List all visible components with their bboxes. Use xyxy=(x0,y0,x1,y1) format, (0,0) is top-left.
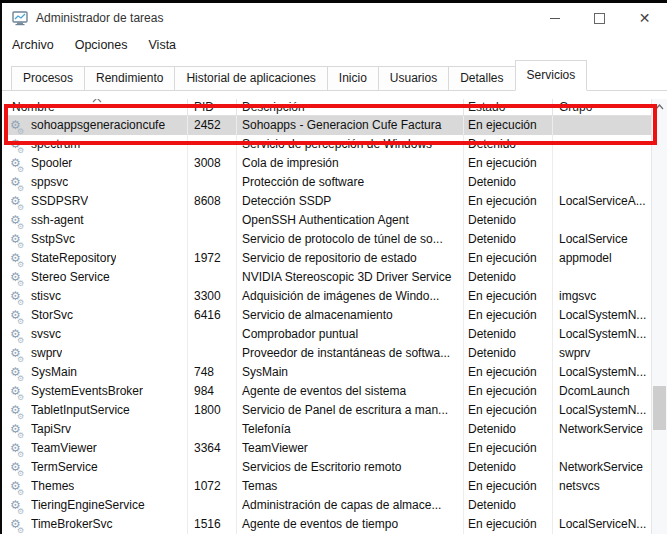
service-row[interactable]: ⚙⚙SSDPSRV8608Detección SSDPEn ejecuciónL… xyxy=(4,192,653,211)
service-row[interactable]: ⚙⚙Spooler3008Cola de impresiónEn ejecuci… xyxy=(4,154,653,173)
service-status: Detenido xyxy=(464,211,553,230)
service-pid: 3008 xyxy=(188,154,237,173)
title-bar: Administrador de tareas ✕ xyxy=(2,3,667,33)
service-description: Servicio de repositorio de estado xyxy=(237,249,464,268)
service-pid xyxy=(188,230,237,249)
service-name: SstpSvc xyxy=(31,230,75,249)
service-description: Servicios de Escritorio remoto xyxy=(237,458,464,477)
service-row[interactable]: ⚙⚙ssh-agentOpenSSH Authentication AgentD… xyxy=(4,211,653,230)
column-header-estado[interactable]: Estado xyxy=(464,99,553,115)
service-status: En ejecución xyxy=(464,249,553,268)
service-name-cell: ⚙⚙SstpSvc xyxy=(4,230,188,249)
service-pid: 1800 xyxy=(188,401,237,420)
services-table-header: Nombre PID Descripción Estado Grupo xyxy=(4,99,653,116)
column-header-grupo[interactable]: Grupo xyxy=(553,99,653,115)
service-gear-icon: ⚙⚙ xyxy=(10,403,26,418)
service-row[interactable]: ⚙⚙StateRepository1972Servicio de reposit… xyxy=(4,249,653,268)
tab-detalles[interactable]: Detalles xyxy=(448,66,515,91)
service-gear-icon: ⚙⚙ xyxy=(10,346,26,361)
service-name: StorSvc xyxy=(31,306,73,325)
service-name: TermService xyxy=(31,458,98,477)
close-button[interactable]: ✕ xyxy=(622,3,667,33)
tab-inicio[interactable]: Inicio xyxy=(327,66,379,91)
service-name: Stereo Service xyxy=(31,268,110,287)
service-row[interactable]: ⚙⚙swprvProveedor de instantáneas de soft… xyxy=(4,344,653,363)
service-gear-icon: ⚙⚙ xyxy=(10,289,26,304)
service-group: LocalSystemN... xyxy=(553,401,653,420)
service-status: Detenido xyxy=(464,230,553,249)
service-row[interactable]: ⚙⚙stisvc3300Adquisición de imágenes de W… xyxy=(4,287,653,306)
service-row[interactable]: ⚙⚙Stereo ServiceNVIDIA Stereoscopic 3D D… xyxy=(4,268,653,287)
service-name-cell: ⚙⚙Spooler xyxy=(4,154,188,173)
service-row[interactable]: ⚙⚙TimeBrokerSvc1516Agente de eventos de … xyxy=(4,515,653,534)
service-gear-icon: ⚙⚙ xyxy=(10,327,26,342)
column-header-label: PID xyxy=(194,100,214,114)
menu-item-opciones[interactable]: Opciones xyxy=(75,38,128,52)
service-gear-icon: ⚙⚙ xyxy=(10,479,26,494)
service-status: En ejecución xyxy=(464,515,553,534)
service-row[interactable]: ⚙⚙StorSvc6416Servicio de almacenamientoE… xyxy=(4,306,653,325)
service-status: Detenido xyxy=(464,458,553,477)
service-name-cell: ⚙⚙Themes xyxy=(4,477,188,496)
tab-usuarios[interactable]: Usuarios xyxy=(378,66,449,91)
service-row[interactable]: ⚙⚙TermServiceServicios de Escritorio rem… xyxy=(4,458,653,477)
service-description: Administración de capas de almace... xyxy=(237,496,464,515)
service-name: swprv xyxy=(31,344,62,363)
service-row[interactable]: ⚙⚙TabletInputService1800Servicio de Pane… xyxy=(4,401,653,420)
service-pid xyxy=(188,268,237,287)
minimize-button[interactable] xyxy=(532,3,577,33)
service-row[interactable]: ⚙⚙SystemEventsBroker984Agente de eventos… xyxy=(4,382,653,401)
service-group: imgsvc xyxy=(553,287,653,306)
service-row[interactable]: ⚙⚙TeamViewer3364TeamViewerEn ejecución xyxy=(4,439,653,458)
service-description: Adquisición de imágenes de Windo... xyxy=(237,287,464,306)
tab-bar: ProcesosRendimientoHistorial de aplicaci… xyxy=(2,57,667,91)
service-row[interactable]: ⚙⚙TapiSrvTelefoníaDetenidoNetworkService xyxy=(4,420,653,439)
tab-procesos[interactable]: Procesos xyxy=(11,66,85,91)
service-name: ssh-agent xyxy=(31,211,84,230)
service-row[interactable]: ⚙⚙SysMain748SysMainEn ejecuciónLocalSyst… xyxy=(4,363,653,382)
service-name: TimeBrokerSvc xyxy=(31,515,113,534)
service-name: StateRepository xyxy=(31,249,116,268)
tab-historial-de-aplicaciones[interactable]: Historial de aplicaciones xyxy=(174,66,327,91)
column-header-pid[interactable]: PID xyxy=(188,99,237,115)
vertical-scrollbar[interactable] xyxy=(651,99,667,534)
scrollbar-thumb[interactable] xyxy=(653,386,666,430)
column-header-label: Estado xyxy=(468,100,505,114)
service-status: En ejecución xyxy=(464,306,553,325)
service-description: Servicio de Panel de escritura a man... xyxy=(237,401,464,420)
service-description: Servicio de almacenamiento xyxy=(237,306,464,325)
window-title: Administrador de tareas xyxy=(36,11,163,25)
service-gear-icon: ⚙⚙ xyxy=(10,441,26,456)
menu-item-archivo[interactable]: Archivo xyxy=(12,38,54,52)
service-status: Detenido xyxy=(464,420,553,439)
service-gear-icon: ⚙⚙ xyxy=(10,270,26,285)
service-row[interactable]: ⚙⚙SstpSvcServicio de protocolo de túnel … xyxy=(4,230,653,249)
service-gear-icon: ⚙⚙ xyxy=(10,422,26,437)
service-row[interactable]: ⚙⚙TieringEngineServiceAdministración de … xyxy=(4,496,653,515)
menu-item-vista[interactable]: Vista xyxy=(149,38,177,52)
service-group: LocalSystemN... xyxy=(553,363,653,382)
tab-rendimiento[interactable]: Rendimiento xyxy=(84,66,175,91)
service-row[interactable]: ⚙⚙spectrumServicio de percepción de Wind… xyxy=(4,135,653,154)
service-name-cell: ⚙⚙svsvc xyxy=(4,325,188,344)
service-name: TieringEngineService xyxy=(31,496,145,515)
window-controls: ✕ xyxy=(532,3,667,33)
tab-servicios[interactable]: Servicios xyxy=(515,60,588,91)
column-header-nombre[interactable]: Nombre xyxy=(4,99,188,115)
service-row[interactable]: ⚙⚙svsvcComprobador puntualDetenidoLocalS… xyxy=(4,325,653,344)
service-name-cell: ⚙⚙TieringEngineService xyxy=(4,496,188,515)
service-status: En ejecución xyxy=(464,439,553,458)
column-header-descripcion[interactable]: Descripción xyxy=(237,99,464,115)
service-row[interactable]: ⚙⚙sohoappsgeneracioncufe2452Sohoapps - G… xyxy=(4,116,653,135)
maximize-button[interactable] xyxy=(577,3,622,33)
service-row[interactable]: ⚙⚙Themes1072TemasEn ejecuciónnetsvcs xyxy=(4,477,653,496)
service-row[interactable]: ⚙⚙sppsvcProtección de softwareDetenido xyxy=(4,173,653,192)
scroll-up-button[interactable] xyxy=(652,101,667,113)
column-header-label: Nombre xyxy=(12,99,55,115)
service-name-cell: ⚙⚙SystemEventsBroker xyxy=(4,382,188,401)
service-pid xyxy=(188,344,237,363)
service-pid: 1516 xyxy=(188,515,237,534)
close-icon: ✕ xyxy=(639,10,651,26)
service-gear-icon: ⚙⚙ xyxy=(10,175,26,190)
service-pid: 6416 xyxy=(188,306,237,325)
